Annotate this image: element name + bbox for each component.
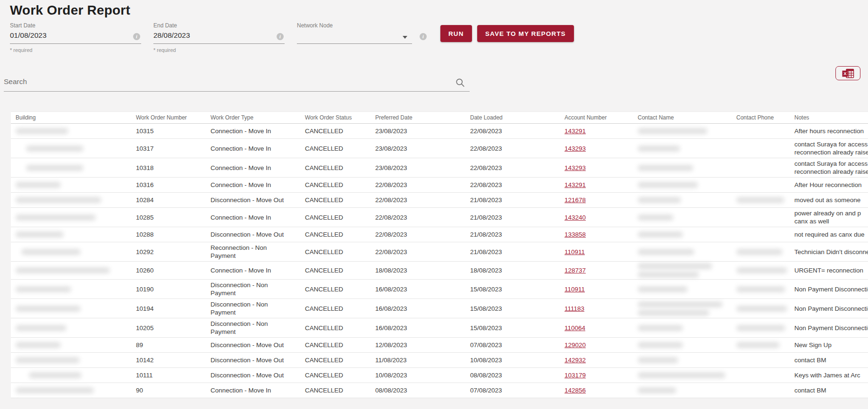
column-header-work-order-type: Work Order Type bbox=[209, 114, 303, 122]
cell-work-order-number: 10315 bbox=[134, 127, 209, 135]
redacted-contact-name bbox=[638, 272, 699, 278]
cell-date-loaded: 07/08/2023 bbox=[468, 341, 563, 349]
cell-work-order-status: CANCELLED bbox=[303, 386, 373, 394]
cell-work-order-status: CANCELLED bbox=[303, 196, 373, 204]
cell-notes: Non Payment Disconnection bbox=[792, 285, 868, 293]
table-row: 10315Connection - Move InCANCELLED23/08/… bbox=[11, 124, 868, 139]
cell-preferred-date: 16/08/2023 bbox=[373, 285, 468, 293]
cell-work-order-status: CANCELLED bbox=[303, 164, 373, 172]
cell-work-order-status: CANCELLED bbox=[303, 324, 373, 332]
cell-building bbox=[11, 306, 134, 312]
info-icon[interactable]: i bbox=[133, 33, 140, 40]
cell-work-order-number: 10284 bbox=[134, 196, 209, 204]
save-to-my-reports-button[interactable]: SAVE TO MY REPORTS bbox=[477, 25, 574, 42]
cell-contact-phone bbox=[728, 197, 792, 203]
cell-work-order-number: 10285 bbox=[134, 213, 209, 222]
cell-contact-name bbox=[633, 182, 728, 188]
page-title: Work Order Report bbox=[10, 3, 130, 18]
table-row: 10194Disconnection - Non PaymentCANCELLE… bbox=[11, 299, 868, 318]
cell-work-order-status: CANCELLED bbox=[303, 285, 373, 293]
cell-preferred-date: 16/08/2023 bbox=[373, 305, 468, 313]
redacted-contact-name bbox=[638, 325, 683, 331]
account-number-link[interactable]: 143291 bbox=[565, 128, 586, 135]
account-number-link[interactable]: 110911 bbox=[565, 248, 585, 256]
cell-date-loaded: 21/08/2023 bbox=[468, 230, 563, 239]
cell-contact-phone bbox=[728, 286, 792, 292]
redacted-building bbox=[16, 231, 64, 238]
cell-notes: Technician Didn't disconnect bbox=[792, 248, 868, 256]
account-number-link[interactable]: 143293 bbox=[565, 164, 586, 171]
account-number-link[interactable]: 142932 bbox=[565, 357, 586, 364]
cell-work-order-status: CANCELLED bbox=[303, 181, 373, 189]
export-excel-button[interactable]: X bbox=[835, 66, 860, 80]
account-number-link[interactable]: 129020 bbox=[565, 341, 586, 349]
table-body: 10315Connection - Move InCANCELLED23/08/… bbox=[11, 124, 868, 398]
cell-account-number: 143293 bbox=[563, 145, 633, 153]
redacted-contact-name bbox=[638, 310, 709, 316]
cell-account-number: 129020 bbox=[563, 341, 633, 349]
cell-building bbox=[11, 357, 134, 363]
redacted-contact-name bbox=[638, 182, 698, 188]
start-date-input[interactable] bbox=[10, 31, 129, 40]
cell-work-order-number: 10316 bbox=[134, 181, 209, 189]
redacted-contact-name bbox=[638, 357, 678, 363]
account-number-link[interactable]: 143293 bbox=[565, 145, 586, 152]
cell-contact-name bbox=[633, 128, 728, 134]
cell-work-order-type: Connection - Move In bbox=[209, 145, 303, 153]
cell-contact-name bbox=[633, 325, 728, 331]
cell-date-loaded: 22/08/2023 bbox=[468, 181, 563, 189]
cell-building bbox=[11, 325, 134, 331]
account-number-link[interactable]: 121678 bbox=[565, 196, 586, 204]
cell-work-order-number: 90 bbox=[134, 386, 209, 394]
redacted-contact-phone bbox=[736, 197, 784, 203]
table-header-row: BuildingWork Order NumberWork Order Type… bbox=[11, 111, 868, 124]
table-row: 10288Disconnection - Move OutCANCELLED22… bbox=[11, 227, 868, 242]
cell-notes: Non Payment Disconnection bbox=[792, 305, 868, 313]
cell-account-number: 103179 bbox=[563, 371, 633, 379]
cell-account-number: 110911 bbox=[563, 285, 633, 293]
cell-date-loaded: 08/08/2023 bbox=[468, 371, 563, 379]
cell-work-order-type: Disconnection - Move Out bbox=[209, 371, 303, 379]
account-number-link[interactable]: 133858 bbox=[565, 231, 586, 238]
chevron-down-icon bbox=[403, 36, 407, 39]
account-number-link[interactable]: 128737 bbox=[565, 267, 586, 274]
redacted-contact-phone bbox=[736, 325, 785, 331]
cell-account-number: 110064 bbox=[563, 324, 633, 332]
cell-building bbox=[11, 387, 134, 393]
cell-notes: contact Suraya for access reconnection a… bbox=[792, 140, 868, 156]
cell-preferred-date: 23/08/2023 bbox=[373, 164, 468, 172]
account-number-link[interactable]: 142856 bbox=[565, 387, 586, 394]
cell-preferred-date: 22/08/2023 bbox=[373, 248, 468, 256]
cell-notes: not required as canx due bbox=[792, 230, 868, 239]
search-input[interactable] bbox=[4, 75, 442, 91]
column-header-notes: Notes bbox=[792, 114, 868, 122]
cell-date-loaded: 15/08/2023 bbox=[468, 285, 563, 293]
cell-work-order-status: CANCELLED bbox=[303, 266, 373, 274]
account-number-link[interactable]: 110064 bbox=[565, 324, 585, 332]
end-date-input[interactable] bbox=[153, 31, 272, 40]
redacted-contact-name bbox=[638, 263, 712, 269]
account-number-link[interactable]: 110911 bbox=[565, 286, 585, 293]
network-node-field: Network Node i bbox=[297, 22, 412, 44]
cell-contact-name bbox=[633, 372, 728, 378]
info-icon[interactable]: i bbox=[420, 33, 427, 40]
cell-account-number: 142932 bbox=[563, 356, 633, 364]
end-date-field: End Date i * required bbox=[153, 22, 285, 53]
account-number-link[interactable]: 103179 bbox=[565, 372, 586, 379]
table-row: 10190Disconnection - Non PaymentCANCELLE… bbox=[11, 280, 868, 299]
account-number-link[interactable]: 143291 bbox=[565, 181, 586, 188]
cell-account-number: 121678 bbox=[563, 196, 633, 204]
column-header-building: Building bbox=[11, 114, 134, 122]
network-node-input[interactable] bbox=[297, 31, 400, 40]
run-button[interactable]: RUN bbox=[440, 25, 472, 42]
table-row: 10142Disconnection - Move OutCANCELLED11… bbox=[11, 353, 868, 368]
cell-date-loaded: 21/08/2023 bbox=[468, 196, 563, 204]
cell-contact-name bbox=[633, 301, 728, 316]
account-number-link[interactable]: 111183 bbox=[565, 305, 584, 312]
cell-building bbox=[11, 267, 134, 273]
network-node-select[interactable]: i bbox=[297, 30, 412, 44]
redacted-building bbox=[26, 145, 84, 152]
info-icon[interactable]: i bbox=[277, 33, 284, 40]
account-number-link[interactable]: 143240 bbox=[565, 214, 586, 221]
cell-work-order-type: Disconnection - Non Payment bbox=[209, 300, 303, 316]
